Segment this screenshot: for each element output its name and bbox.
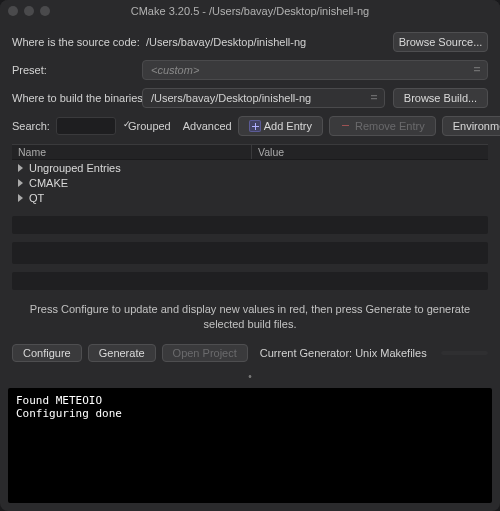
minimize-icon[interactable] bbox=[24, 6, 34, 16]
remove-entry-button[interactable]: Remove Entry bbox=[329, 116, 436, 136]
preset-combo[interactable]: <custom> bbox=[142, 60, 488, 80]
spacer bbox=[12, 272, 488, 290]
plus-icon bbox=[249, 120, 261, 132]
search-input[interactable] bbox=[56, 117, 116, 135]
advanced-label: Advanced bbox=[183, 120, 232, 132]
disclosure-icon[interactable] bbox=[18, 164, 23, 172]
add-entry-button[interactable]: Add Entry bbox=[238, 116, 323, 136]
tree-group-row[interactable]: QT bbox=[12, 190, 488, 205]
generate-button[interactable]: Generate bbox=[88, 344, 156, 362]
zoom-icon[interactable] bbox=[40, 6, 50, 16]
open-project-button[interactable]: Open Project bbox=[162, 344, 248, 362]
tree-body[interactable]: Ungrouped Entries CMAKE QT bbox=[12, 160, 488, 208]
browse-source-button[interactable]: Browse Source... bbox=[393, 32, 488, 52]
disclosure-icon[interactable] bbox=[18, 194, 23, 202]
close-icon[interactable] bbox=[8, 6, 18, 16]
window-controls bbox=[8, 6, 50, 16]
top-form: Where is the source code: Browse Source.… bbox=[0, 22, 500, 388]
source-path-input[interactable] bbox=[142, 34, 385, 50]
window-title: CMake 3.20.5 - /Users/bavay/Desktop/inis… bbox=[8, 5, 492, 17]
col-header-value[interactable]: Value bbox=[252, 146, 488, 158]
spacer bbox=[12, 242, 488, 264]
output-console[interactable]: Found METEOIO Configuring done bbox=[8, 388, 492, 503]
tree-row-label: QT bbox=[29, 192, 44, 204]
minus-icon bbox=[340, 120, 352, 132]
action-row: Configure Generate Open Project Current … bbox=[12, 344, 488, 366]
titlebar[interactable]: CMake 3.20.5 - /Users/bavay/Desktop/inis… bbox=[0, 0, 500, 22]
hint-text: Press Configure to update and display ne… bbox=[12, 298, 488, 336]
configure-button[interactable]: Configure bbox=[12, 344, 82, 362]
spacer bbox=[12, 216, 488, 234]
tree-group-row[interactable]: Ungrouped Entries bbox=[12, 160, 488, 175]
source-label: Where is the source code: bbox=[12, 36, 134, 48]
grouped-label: Grouped bbox=[128, 120, 171, 132]
build-label: Where to build the binaries: bbox=[12, 92, 134, 104]
splitter-grip-icon[interactable]: • bbox=[12, 374, 488, 380]
progress-bar bbox=[441, 351, 488, 355]
disclosure-icon[interactable] bbox=[18, 179, 23, 187]
search-label: Search: bbox=[12, 120, 50, 132]
cmake-gui-window: CMake 3.20.5 - /Users/bavay/Desktop/inis… bbox=[0, 0, 500, 511]
browse-build-button[interactable]: Browse Build... bbox=[393, 88, 488, 108]
preset-label: Preset: bbox=[12, 64, 134, 76]
col-header-name[interactable]: Name bbox=[12, 145, 252, 159]
tree-row-label: Ungrouped Entries bbox=[29, 162, 121, 174]
build-path-combo[interactable]: /Users/bavay/Desktop/inishell-ng bbox=[142, 88, 385, 108]
preset-value: <custom> bbox=[151, 64, 199, 76]
tree-header: Name Value bbox=[12, 144, 488, 160]
tree-row-label: CMAKE bbox=[29, 177, 68, 189]
generator-label: Current Generator: Unix Makefiles bbox=[260, 347, 427, 359]
build-path-value: /Users/bavay/Desktop/inishell-ng bbox=[151, 92, 311, 104]
tree-group-row[interactable]: CMAKE bbox=[12, 175, 488, 190]
environment-button[interactable]: Environment... bbox=[442, 116, 500, 136]
cache-tree: Name Value Ungrouped Entries CMAKE QT bbox=[12, 144, 488, 208]
